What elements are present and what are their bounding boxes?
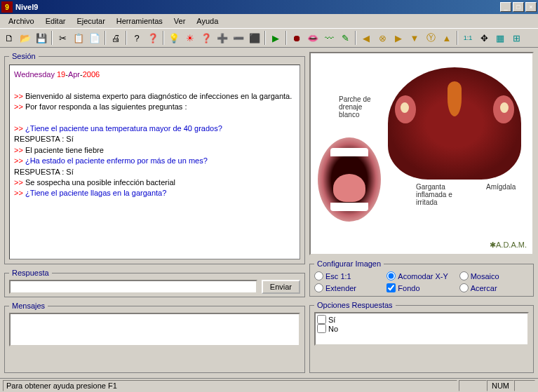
menu-ejecutar[interactable]: Ejecutar [71, 15, 110, 27]
check-fondo[interactable] [386, 283, 396, 292]
label-extender: Extender [325, 284, 356, 292]
radio-extender[interactable] [314, 283, 323, 292]
grid2-icon[interactable]: ⊞ [509, 30, 524, 46]
label-amigdala: Amígdala [486, 183, 516, 191]
label-si: Sí [328, 316, 335, 324]
session-panel: Sesión Wednesday 19-Apr-2006>> Bienvenid… [4, 52, 305, 264]
new-icon[interactable]: 🗋 [1, 30, 17, 46]
maximize-button[interactable]: □ [513, 2, 524, 12]
whats-this-icon[interactable]: ❓ [145, 30, 161, 46]
status-num: NUM [487, 380, 514, 391]
ratio-icon[interactable]: 1:1 [460, 30, 476, 46]
pencil-icon[interactable]: ✎ [337, 30, 353, 46]
label-acomodar: Acomodar X-Y [398, 272, 448, 281]
patch-left-shape [401, 102, 409, 113]
separator [126, 31, 127, 45]
mouth-open-shape [318, 137, 381, 222]
minus-icon[interactable]: ➖ [231, 30, 246, 46]
separator [105, 31, 106, 45]
toolbar: 🗋 📂 💾 ✂ 📋 📄 🖨 ? ❓ 💡 ☀ ❓ ➕ ➖ ⬛ ▶ ⏺ 👄 〰 ✎ … [0, 28, 538, 48]
grid-icon[interactable]: ▦ [492, 30, 508, 46]
circle-y-icon[interactable]: Ⓨ [423, 30, 438, 46]
window-title: Nivel9 [15, 3, 500, 11]
menu-editar[interactable]: Editar [40, 15, 72, 27]
save-icon[interactable]: 💾 [34, 30, 49, 46]
bulb-icon[interactable]: 💡 [166, 30, 182, 46]
throat-diagram: Parche de drenaje blanco Garganta inflam… [311, 53, 532, 254]
separator [285, 31, 287, 45]
radio-acomodar[interactable] [386, 271, 396, 281]
radio-acercar[interactable] [459, 283, 469, 292]
mouth-icon[interactable]: 👄 [305, 30, 321, 46]
separator [163, 31, 164, 45]
radio-mosaico[interactable] [459, 271, 469, 281]
check-si[interactable] [317, 315, 326, 324]
down-icon[interactable]: ▼ [407, 30, 422, 46]
content-area: Sesión Wednesday 19-Apr-2006>> Bienvenid… [0, 48, 538, 377]
sun-icon[interactable]: ☀ [182, 30, 198, 46]
open-icon[interactable]: 📂 [18, 30, 33, 46]
image-panel: Parche de drenaje blanco Garganta inflam… [309, 52, 534, 255]
label-mosaico: Mosaico [471, 272, 499, 281]
label-no: No [328, 325, 338, 333]
statusbar: Para obtener ayuda presione F1 NUM [0, 378, 538, 392]
menubar: Archivo Editar Ejecutar Herramientas Ver… [0, 14, 538, 28]
opciones-panel: Opciones Respuestas Sí No [309, 301, 534, 373]
status-empty1 [459, 380, 487, 391]
titlebar: 9 Nivel9 _ □ × [0, 0, 538, 14]
separator [457, 31, 458, 45]
copy-icon[interactable]: 📋 [71, 30, 86, 46]
mensajes-legend: Mensajes [9, 302, 48, 310]
stop-icon[interactable]: ⬛ [247, 30, 262, 46]
target-icon[interactable]: ⊗ [375, 30, 390, 46]
label-fondo: Fondo [398, 284, 419, 292]
question-green-icon[interactable]: ❓ [199, 30, 214, 46]
close-button[interactable]: × [525, 2, 537, 12]
config-img-legend: Configurar Imagen [314, 259, 384, 268]
separator [51, 31, 53, 45]
plus-icon[interactable]: ➕ [215, 30, 230, 46]
up-icon[interactable]: ▲ [439, 30, 455, 46]
mensajes-panel: Mensajes [4, 302, 305, 373]
session-log[interactable]: Wednesday 19-Apr-2006>> Bienvenido al si… [9, 65, 300, 259]
uvula-shape [448, 81, 462, 116]
left-yellow-icon[interactable]: ◀ [358, 30, 374, 46]
adam-logo: ✱A.D.A.M. [490, 241, 527, 250]
menu-ver[interactable]: Ver [168, 15, 191, 27]
status-empty2 [514, 380, 535, 391]
minimize-button[interactable]: _ [500, 2, 511, 12]
check-no[interactable] [317, 324, 326, 333]
separator [355, 31, 356, 45]
separator [264, 31, 266, 45]
play-icon[interactable]: ▶ [268, 30, 283, 46]
opciones-legend: Opciones Respuestas [314, 301, 396, 309]
right-yellow-icon[interactable]: ▶ [391, 30, 406, 46]
patch-right-shape [500, 102, 509, 113]
wave-icon[interactable]: 〰 [321, 30, 337, 46]
status-help: Para obtener ayuda presione F1 [3, 380, 457, 391]
respuesta-legend: Respuesta [9, 269, 52, 277]
menu-archivo[interactable]: Archivo [3, 15, 40, 27]
label-esc: Esc 1:1 [325, 272, 351, 281]
label-garganta: Garganta inflamada e irritada [416, 183, 465, 206]
cut-icon[interactable]: ✂ [55, 30, 70, 46]
label-acercar: Acercar [471, 284, 497, 292]
enviar-button[interactable]: Enviar [262, 280, 300, 294]
menu-herramientas[interactable]: Herramientas [111, 15, 168, 27]
config-img-panel: Configurar Imagen Esc 1:1 Acomodar X-Y M… [309, 259, 534, 297]
menu-ayuda[interactable]: Ayuda [191, 15, 224, 27]
record-icon[interactable]: ⏺ [289, 30, 304, 46]
mensajes-box[interactable] [9, 313, 300, 346]
print-icon[interactable]: 🖨 [108, 30, 123, 46]
paste-icon[interactable]: 📄 [87, 30, 102, 46]
session-legend: Sesión [9, 52, 39, 60]
opciones-box: Sí No [314, 312, 529, 346]
move-icon[interactable]: ✥ [476, 30, 492, 46]
respuesta-panel: Respuesta Enviar [4, 269, 305, 297]
label-parche: Parche de drenaje blanco [339, 95, 381, 119]
app-icon: 9 [1, 1, 13, 13]
help-icon[interactable]: ? [129, 30, 144, 46]
radio-esc[interactable] [314, 271, 323, 281]
respuesta-input[interactable] [9, 280, 257, 294]
